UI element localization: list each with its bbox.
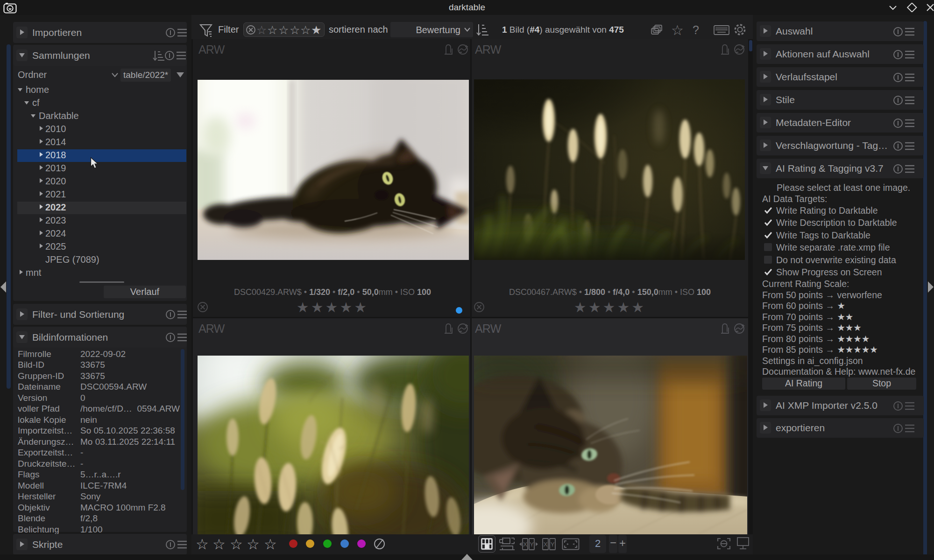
svg-text:X: X xyxy=(523,541,527,548)
svg-text:X: X xyxy=(544,541,548,548)
svg-text:Y: Y xyxy=(530,541,534,548)
svg-text:Y: Y xyxy=(551,541,555,548)
